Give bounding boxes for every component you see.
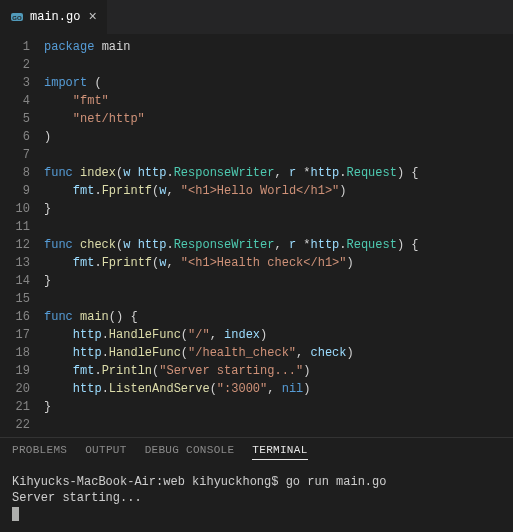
token-var: r xyxy=(289,166,296,180)
go-file-icon: GO xyxy=(10,10,24,24)
line-number: 14 xyxy=(0,272,30,290)
token-plain xyxy=(44,382,73,396)
code-line[interactable]: } xyxy=(44,398,513,416)
token-pn: } xyxy=(44,202,51,216)
token-fn: HandleFunc xyxy=(109,346,181,360)
terminal-prompt: Kihyucks-MacBook-Air:web kihyuckhong$ xyxy=(12,475,286,489)
code-line[interactable]: import ( xyxy=(44,74,513,92)
code-line[interactable]: http.HandleFunc("/", index) xyxy=(44,326,513,344)
panel-tab-output[interactable]: OUTPUT xyxy=(85,444,126,460)
code-line[interactable] xyxy=(44,290,513,308)
token-kw: func xyxy=(44,310,73,324)
token-plain xyxy=(130,238,137,252)
close-icon[interactable]: × xyxy=(86,9,98,25)
panel-tab-problems[interactable]: PROBLEMS xyxy=(12,444,67,460)
terminal-cursor xyxy=(12,507,19,521)
tab-main-go[interactable]: GO main.go × xyxy=(0,0,108,34)
line-number: 8 xyxy=(0,164,30,182)
line-number: 18 xyxy=(0,344,30,362)
token-pn: ( xyxy=(181,328,188,342)
token-pn: . xyxy=(102,382,109,396)
line-number: 5 xyxy=(0,110,30,128)
token-pn: ) xyxy=(44,130,51,144)
panel-tab-debug[interactable]: DEBUG CONSOLE xyxy=(145,444,235,460)
token-var: http xyxy=(311,238,340,252)
line-number: 7 xyxy=(0,146,30,164)
code-line[interactable]: fmt.Fprintf(w, "<h1>Health check</h1>") xyxy=(44,254,513,272)
token-str: "<h1>Hello World</h1>" xyxy=(181,184,339,198)
code-line[interactable]: func main() { xyxy=(44,308,513,326)
code-line[interactable]: http.HandleFunc("/health_check", check) xyxy=(44,344,513,362)
token-kw: import xyxy=(44,76,87,90)
token-var: http xyxy=(138,166,167,180)
editor[interactable]: 12345678910111213141516171819202122 pack… xyxy=(0,34,513,437)
line-number: 20 xyxy=(0,380,30,398)
token-plain xyxy=(44,184,73,198)
line-number: 17 xyxy=(0,326,30,344)
code-line[interactable] xyxy=(44,56,513,74)
code-area[interactable]: package mainimport ( "fmt" "net/http")fu… xyxy=(44,38,513,437)
token-pn: . xyxy=(339,238,346,252)
code-line[interactable]: "net/http" xyxy=(44,110,513,128)
token-var: check xyxy=(310,346,346,360)
code-line[interactable]: } xyxy=(44,272,513,290)
token-pn: ) xyxy=(339,184,346,198)
token-pn: ) xyxy=(303,364,310,378)
terminal-command: go run main.go xyxy=(286,475,387,489)
token-pn: { xyxy=(411,166,418,180)
token-fn: check xyxy=(80,238,116,252)
token-pn: . xyxy=(94,184,101,198)
code-line[interactable]: ) xyxy=(44,128,513,146)
token-plain xyxy=(217,328,224,342)
line-number: 11 xyxy=(0,218,30,236)
code-line[interactable]: func check(w http.ResponseWriter, r *htt… xyxy=(44,236,513,254)
token-pn: . xyxy=(94,364,101,378)
panel-tab-terminal[interactable]: TERMINAL xyxy=(252,444,307,460)
token-str: "net/http" xyxy=(73,112,145,126)
token-pn: . xyxy=(102,328,109,342)
token-pn: . xyxy=(166,238,173,252)
token-fn: main xyxy=(80,310,109,324)
token-pn: } xyxy=(44,400,51,414)
token-plain xyxy=(44,346,73,360)
token-pn: . xyxy=(166,166,173,180)
token-type: Request xyxy=(347,166,397,180)
token-plain xyxy=(73,166,80,180)
code-line[interactable]: fmt.Println("Server starting...") xyxy=(44,362,513,380)
token-plain xyxy=(44,364,73,378)
token-type: Request xyxy=(347,238,397,252)
code-line[interactable] xyxy=(44,218,513,236)
code-line[interactable]: "fmt" xyxy=(44,92,513,110)
line-number: 1 xyxy=(0,38,30,56)
code-line[interactable] xyxy=(44,416,513,434)
token-var: r xyxy=(289,238,296,252)
code-line[interactable] xyxy=(44,146,513,164)
token-pn: { xyxy=(411,238,418,252)
token-plain xyxy=(174,184,181,198)
line-number-gutter: 12345678910111213141516171819202122 xyxy=(0,38,44,437)
line-number: 9 xyxy=(0,182,30,200)
code-line[interactable]: func index(w http.ResponseWriter, r *htt… xyxy=(44,164,513,182)
line-number: 15 xyxy=(0,290,30,308)
token-plain xyxy=(44,328,73,342)
code-line[interactable]: fmt.Fprintf(w, "<h1>Hello World</h1>") xyxy=(44,182,513,200)
token-pn: , xyxy=(274,166,281,180)
terminal[interactable]: Kihyucks-MacBook-Air:web kihyuckhong$ go… xyxy=(0,468,513,532)
token-fn: index xyxy=(80,166,116,180)
token-kw: func xyxy=(44,166,73,180)
token-plain xyxy=(73,310,80,324)
code-line[interactable]: package main xyxy=(44,38,513,56)
line-number: 3 xyxy=(0,74,30,92)
token-var: fmt xyxy=(73,256,95,270)
token-str: "Server starting..." xyxy=(159,364,303,378)
token-pn: ( xyxy=(94,76,101,90)
token-str: "/" xyxy=(188,328,210,342)
token-plain: main xyxy=(102,40,131,54)
token-var: fmt xyxy=(73,184,95,198)
token-pn: } xyxy=(44,274,51,288)
code-line[interactable]: http.ListenAndServe(":3000", nil) xyxy=(44,380,513,398)
token-fn: HandleFunc xyxy=(109,328,181,342)
token-str: "fmt" xyxy=(73,94,109,108)
line-number: 21 xyxy=(0,398,30,416)
code-line[interactable]: } xyxy=(44,200,513,218)
